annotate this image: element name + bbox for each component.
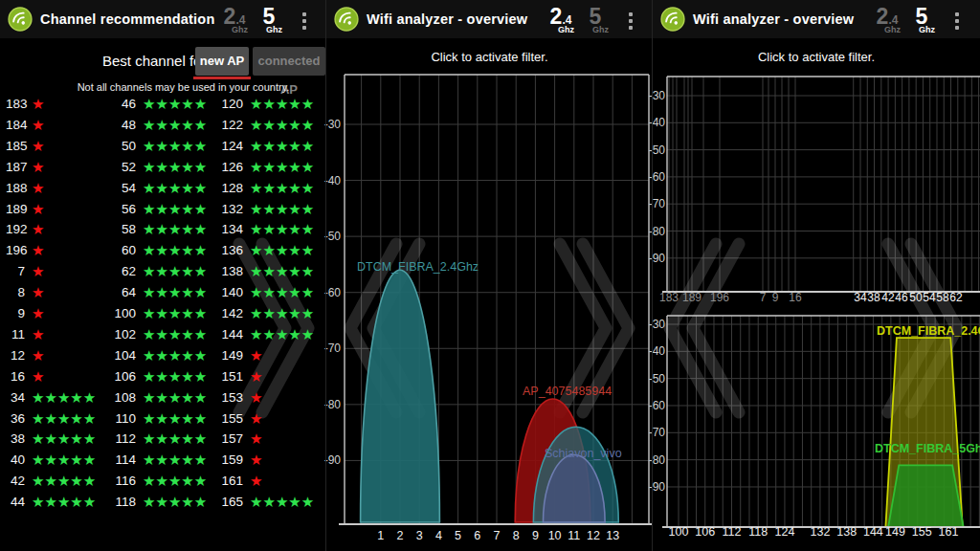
channel-number: 138 xyxy=(203,261,243,282)
spectrum-chart-5ghz-lower[interactable] xyxy=(667,316,980,540)
rating-stars: ★ xyxy=(32,282,44,303)
channel-number: 56 xyxy=(96,199,136,220)
channel-number: 120 xyxy=(203,94,243,115)
channel-number: 112 xyxy=(96,429,136,450)
spectrum-chart-5ghz-upper[interactable] xyxy=(667,77,980,306)
rating-stars: ★★★★★ xyxy=(250,261,314,282)
rating-stars: ★★★★★ xyxy=(250,282,314,303)
rating-stars: ★★★★★ xyxy=(143,450,207,471)
table-row: 36★★★★★110★★★★★155★ xyxy=(6,408,323,430)
svg-text:-50: -50 xyxy=(324,230,342,243)
table-row: 34★★★★★108★★★★★153★ xyxy=(6,387,323,408)
rating-stars: ★★★★★ xyxy=(143,94,207,115)
channel-number: 58 xyxy=(96,219,136,240)
rating-stars: ★★★★★ xyxy=(143,136,207,157)
rating-stars: ★★★★★ xyxy=(143,178,207,199)
rating-stars: ★★★★★ xyxy=(250,178,314,199)
rating-stars: ★★★★★ xyxy=(250,94,314,115)
table-row: 40★★★★★114★★★★★159★ xyxy=(6,450,323,471)
svg-text:2: 2 xyxy=(397,529,404,542)
wifi-analyzer-screen: -30-40-50-60-70-80-90-30-40-50-60-70-80-… xyxy=(0,0,980,551)
channel-number: 153 xyxy=(203,387,243,408)
svg-text:3: 3 xyxy=(416,529,423,542)
channel-number: 140 xyxy=(203,282,243,303)
rating-stars: ★★★★★ xyxy=(143,345,207,366)
channel-number: 36 xyxy=(6,408,25,430)
rating-stars: ★★★★★ xyxy=(32,429,96,450)
table-row: 8★64★★★★★140★★★★★ xyxy=(6,282,323,303)
rating-stars: ★★★★★ xyxy=(32,450,96,471)
rating-stars: ★ xyxy=(32,178,44,199)
rating-stars: ★ xyxy=(250,366,262,387)
rating-stars: ★ xyxy=(250,471,262,492)
table-row: 188★54★★★★★128★★★★★ xyxy=(6,178,323,199)
svg-text:-40: -40 xyxy=(324,174,342,187)
svg-text:-80: -80 xyxy=(324,398,342,411)
rating-stars: ★★★★★ xyxy=(143,199,207,220)
rating-stars: ★★★★★ xyxy=(250,136,314,157)
channel-number: 157 xyxy=(203,429,243,450)
table-row: 196★60★★★★★136★★★★★ xyxy=(6,240,323,261)
table-row: 44★★★★★118★★★★★165★★★★★ xyxy=(6,492,323,513)
table-row: 192★58★★★★★134★★★★★ xyxy=(6,219,323,240)
channel-number: 128 xyxy=(203,178,243,199)
svg-text:-90: -90 xyxy=(324,453,342,467)
channel-number: 46 xyxy=(96,94,136,115)
svg-text:13: 13 xyxy=(606,529,619,542)
table-row: 184★48★★★★★122★★★★★ xyxy=(6,115,323,136)
channel-number: 183 xyxy=(6,94,25,115)
table-row: 38★★★★★112★★★★★157★ xyxy=(6,429,323,450)
channel-number: 134 xyxy=(203,219,243,240)
channel-number: 187 xyxy=(6,157,25,178)
channel-number: 108 xyxy=(96,387,136,408)
svg-text:-30: -30 xyxy=(324,118,342,131)
table-row: 189★56★★★★★132★★★★★ xyxy=(6,199,323,220)
svg-text:12: 12 xyxy=(587,529,600,542)
spectrum-chart-24ghz[interactable] xyxy=(345,75,649,524)
table-row: 187★52★★★★★126★★★★★ xyxy=(6,157,323,178)
rating-stars: ★★★★★ xyxy=(143,282,207,303)
rating-stars: ★ xyxy=(32,219,44,240)
channel-number: 185 xyxy=(6,136,25,157)
channel-number: 110 xyxy=(96,408,136,430)
channel-number: 161 xyxy=(203,471,243,492)
rating-stars: ★ xyxy=(32,157,44,178)
rating-stars: ★ xyxy=(32,240,44,261)
table-row: 42★★★★★116★★★★★161★ xyxy=(6,471,323,492)
table-row: 7★62★★★★★138★★★★★ xyxy=(6,261,323,282)
channel-number: 136 xyxy=(203,240,243,261)
channel-number: 142 xyxy=(203,303,243,324)
svg-text:-70: -70 xyxy=(324,342,342,355)
channel-number: 155 xyxy=(203,408,243,430)
rating-stars: ★★★★★ xyxy=(250,115,314,136)
svg-text:5: 5 xyxy=(455,529,461,542)
channel-number: 54 xyxy=(96,178,136,199)
channel-number: 7 xyxy=(6,261,25,282)
rating-stars: ★ xyxy=(32,94,44,115)
channel-number: 144 xyxy=(203,324,243,345)
channel-number: 196 xyxy=(6,240,25,261)
channel-number: 52 xyxy=(96,157,136,178)
rating-stars: ★★★★★ xyxy=(143,429,207,450)
channel-number: 151 xyxy=(203,366,243,387)
channel-rating-table: 183★46★★★★★120★★★★★184★48★★★★★122★★★★★18… xyxy=(6,94,323,519)
rating-stars: ★★★★★ xyxy=(250,219,314,240)
channel-number: 60 xyxy=(96,240,136,261)
table-row: 11★102★★★★★144★★★★★ xyxy=(6,324,323,345)
rating-stars: ★ xyxy=(32,303,44,324)
svg-text:7: 7 xyxy=(494,529,501,542)
rating-stars: ★ xyxy=(32,345,44,366)
channel-number: 100 xyxy=(96,303,136,324)
channel-number: 122 xyxy=(203,115,243,136)
channel-number: 184 xyxy=(6,115,25,136)
channel-number: 50 xyxy=(96,136,136,157)
rating-stars: ★★★★★ xyxy=(143,157,207,178)
table-row: 16★106★★★★★151★ xyxy=(6,366,323,387)
rating-stars: ★ xyxy=(32,115,44,136)
rating-stars: ★★★★★ xyxy=(32,492,96,513)
channel-number: 12 xyxy=(6,345,25,366)
svg-text:11: 11 xyxy=(568,529,580,542)
svg-text:-60: -60 xyxy=(324,286,342,299)
rating-stars: ★ xyxy=(250,408,262,430)
rating-stars: ★★★★★ xyxy=(250,324,314,345)
